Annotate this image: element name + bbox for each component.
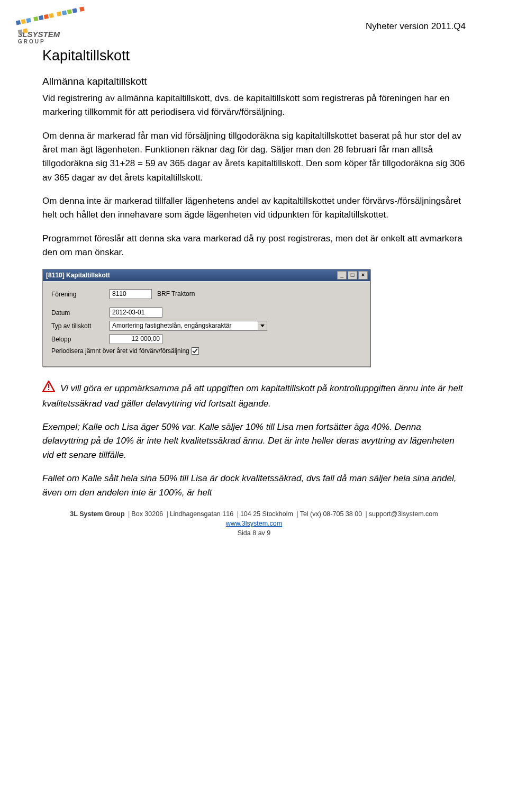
footer: 3L System Group |Box 30206 |Lindhagensga… bbox=[42, 510, 466, 537]
footer-url[interactable]: www.3lsystem.com bbox=[226, 520, 282, 527]
paragraph: Vid registrering av allmänna kapitaltill… bbox=[42, 92, 466, 120]
dialog-kapitaltillskott: [8110] Kapitaltillskott _ □ × Förening 8… bbox=[42, 269, 370, 367]
footer-box: Box 30206 bbox=[131, 510, 163, 518]
minimize-button[interactable]: _ bbox=[337, 271, 347, 279]
heading-main: Kapitaltillskott bbox=[42, 48, 466, 64]
header-version: Nyheter version 2011.Q4 bbox=[42, 21, 466, 32]
example-paragraph: Exempel; Kalle och Lisa äger 50% var. Ka… bbox=[42, 420, 466, 462]
warning-paragraph: Vi vill göra er uppmärksamma på att uppg… bbox=[42, 381, 466, 411]
label-forening: Förening bbox=[51, 291, 110, 298]
last-paragraph: Fallet om Kalle sålt hela sina 50% till … bbox=[42, 472, 466, 500]
input-forening-num[interactable]: 8110 bbox=[110, 289, 152, 299]
chevron-down-icon[interactable] bbox=[258, 321, 267, 331]
footer-page: Sida 8 av 9 bbox=[42, 529, 466, 537]
warning-text: Vi vill göra er uppmärksamma på att uppg… bbox=[42, 383, 462, 408]
footer-addr: Lindhagensgatan 116 bbox=[170, 510, 233, 518]
dialog-titlebar: [8110] Kapitaltillskott _ □ × bbox=[43, 269, 370, 281]
input-datum[interactable]: 2012-03-01 bbox=[110, 308, 162, 318]
heading-sub: Allmänna kapitaltillskott bbox=[42, 76, 466, 87]
paragraph: Programmet föreslår att denna ska vara m… bbox=[42, 232, 466, 260]
label-periodisera: Periodisera jämnt över året vid förvärv/… bbox=[51, 347, 189, 355]
svg-rect-2 bbox=[48, 384, 49, 388]
maximize-button[interactable]: □ bbox=[348, 271, 357, 279]
dropdown-typ[interactable]: Amortering fastighetslån, engångskaraktä… bbox=[110, 321, 267, 331]
warning-icon bbox=[42, 381, 55, 396]
paragraph: Om denna inte är markerad tillfaller läg… bbox=[42, 194, 466, 222]
label-typ: Typ av tillskott bbox=[51, 322, 110, 330]
footer-zip: 104 25 Stockholm bbox=[240, 510, 293, 518]
footer-tel: Tel (vx) 08-705 38 00 bbox=[300, 510, 362, 518]
dropdown-typ-value: Amortering fastighetslån, engångskaraktä… bbox=[110, 321, 258, 331]
svg-rect-3 bbox=[48, 389, 49, 390]
paragraph: Om denna är markerad får man vid försälj… bbox=[42, 129, 466, 185]
checkbox-periodisera[interactable] bbox=[192, 347, 199, 355]
input-belopp[interactable]: 12 000,00 bbox=[110, 334, 162, 344]
svg-marker-0 bbox=[260, 324, 265, 327]
label-datum: Datum bbox=[51, 309, 110, 317]
label-belopp: Belopp bbox=[51, 336, 110, 343]
dialog-title: [8110] Kapitaltillskott bbox=[46, 272, 110, 279]
logo: 3LSYSTEM GROUP bbox=[16, 11, 90, 42]
footer-company: 3L System Group bbox=[70, 510, 124, 518]
footer-email: support@3lsystem.com bbox=[369, 510, 438, 518]
close-button[interactable]: × bbox=[358, 271, 368, 279]
display-forening-name: BRF Traktorn bbox=[155, 290, 229, 299]
